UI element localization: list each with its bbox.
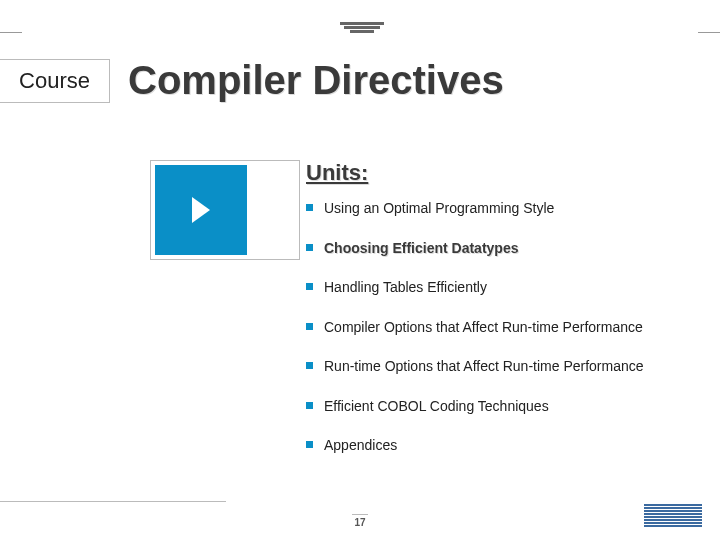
unit-label: Appendices <box>324 437 397 453</box>
unit-label: Choosing Efficient Datatypes <box>324 240 518 256</box>
unit-label: Efficient COBOL Coding Techniques <box>324 398 549 414</box>
list-item: Handling Tables Efficiently <box>306 279 700 297</box>
unit-label: Run-time Options that Affect Run-time Pe… <box>324 358 644 374</box>
svg-marker-0 <box>192 197 210 223</box>
list-item: Compiler Options that Affect Run-time Pe… <box>306 319 700 337</box>
hero-panel <box>150 160 300 260</box>
list-item: Run-time Options that Affect Run-time Pe… <box>306 358 700 376</box>
play-icon <box>155 165 247 255</box>
units-heading: Units: <box>306 160 368 186</box>
list-item: Efficient COBOL Coding Techniques <box>306 398 700 416</box>
list-item: Using an Optimal Programming Style <box>306 200 700 218</box>
footer-divider <box>0 501 226 502</box>
course-title: Compiler Directives <box>128 58 504 103</box>
units-list: Using an Optimal Programming Style Choos… <box>306 200 700 477</box>
page-number: 17 <box>352 514 368 528</box>
unit-label: Using an Optimal Programming Style <box>324 200 554 216</box>
course-label: Course <box>0 59 110 103</box>
list-item: Choosing Efficient Datatypes <box>306 240 700 258</box>
unit-label: Handling Tables Efficiently <box>324 279 487 295</box>
course-row: Course Compiler Directives <box>0 58 720 103</box>
ibm-logo <box>644 504 702 528</box>
ruler-decoration <box>340 22 384 32</box>
unit-label: Compiler Options that Affect Run-time Pe… <box>324 319 643 335</box>
list-item: Appendices <box>306 437 700 455</box>
